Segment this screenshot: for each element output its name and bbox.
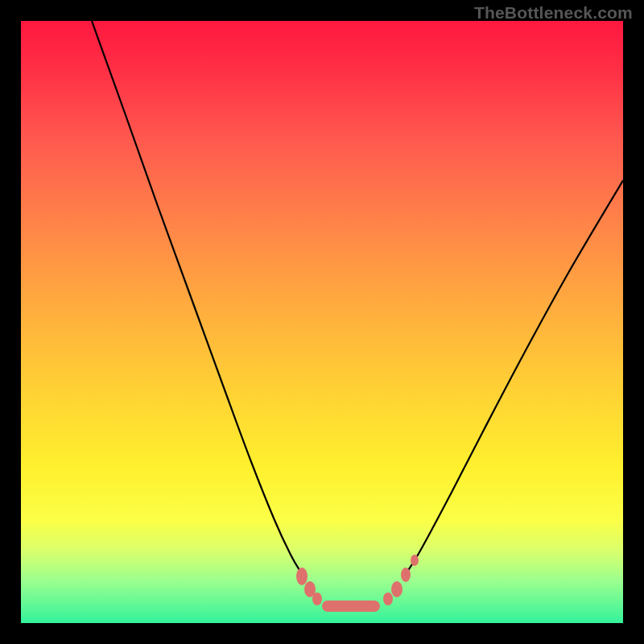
marker-dot bbox=[296, 568, 308, 585]
chart-frame: TheBottleneck.com bbox=[0, 0, 644, 644]
gradient-plot-area bbox=[21, 21, 623, 623]
marker-dot bbox=[391, 581, 402, 597]
watermark-text: TheBottleneck.com bbox=[474, 3, 633, 23]
marker-dot bbox=[312, 592, 322, 605]
bottleneck-curve-chart bbox=[21, 21, 623, 623]
marker-dot bbox=[383, 592, 393, 605]
right-arc-line bbox=[406, 180, 623, 574]
left-arc-line bbox=[92, 21, 302, 574]
marker-pill bbox=[322, 601, 380, 612]
bottom-marker-cluster bbox=[296, 555, 419, 612]
marker-dot bbox=[411, 555, 419, 566]
marker-dot bbox=[401, 568, 411, 582]
